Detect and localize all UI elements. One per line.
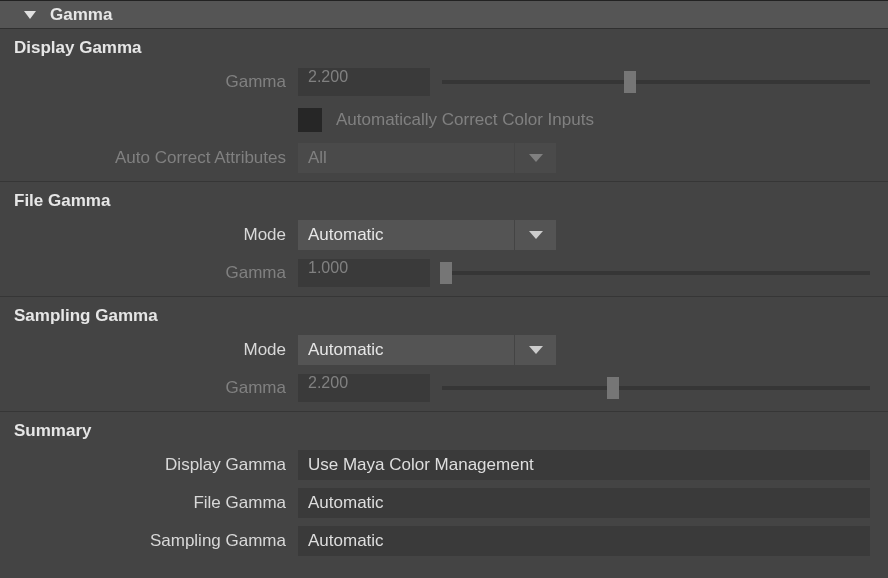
file-gamma-group-label: File Gamma <box>0 182 888 216</box>
summary-sampling-row: Sampling Gamma Automatic <box>0 522 888 560</box>
dropdown-button[interactable] <box>514 143 556 173</box>
sampling-gamma-mode-row: Mode Automatic <box>0 331 888 369</box>
file-gamma-mode-row: Mode Automatic <box>0 216 888 254</box>
file-gamma-value-field[interactable]: 1.000 <box>298 259 430 287</box>
sampling-gamma-value-field[interactable]: 2.200 <box>298 374 430 402</box>
auto-correct-checkbox-label: Automatically Correct Color Inputs <box>336 110 594 130</box>
sampling-gamma-slider[interactable] <box>442 374 870 402</box>
sampling-gamma-gamma-label: Gamma <box>0 378 298 398</box>
summary-sampling-value: Automatic <box>298 526 870 556</box>
dropdown-value: Automatic <box>308 340 514 360</box>
display-gamma-gamma-label: Gamma <box>0 72 298 92</box>
auto-correct-colors-row: Automatically Correct Color Inputs <box>0 101 888 139</box>
gamma-section-header[interactable]: Gamma <box>0 0 888 29</box>
slider-thumb[interactable] <box>607 377 619 399</box>
slider-track <box>442 386 870 390</box>
auto-correct-attrs-row: Auto Correct Attributes All <box>0 139 888 177</box>
slider-thumb[interactable] <box>624 71 636 93</box>
file-gamma-gamma-row: Gamma 1.000 <box>0 254 888 292</box>
sampling-gamma-gamma-row: Gamma 2.200 <box>0 369 888 407</box>
dropdown-button[interactable] <box>514 220 556 250</box>
chevron-down-icon <box>24 11 36 19</box>
gamma-settings-panel: { "section_title": "Gamma", "display_gam… <box>0 0 888 578</box>
display-gamma-slider[interactable] <box>442 68 870 96</box>
chevron-down-icon <box>529 154 543 162</box>
file-gamma-gamma-label: Gamma <box>0 263 298 283</box>
display-gamma-value-field[interactable]: 2.200 <box>298 68 430 96</box>
summary-display-row: Display Gamma Use Maya Color Management <box>0 446 888 484</box>
display-gamma-group-label: Display Gamma <box>0 29 888 63</box>
slider-track <box>442 80 870 84</box>
auto-correct-attrs-dropdown[interactable]: All <box>298 143 556 173</box>
summary-file-row: File Gamma Automatic <box>0 484 888 522</box>
dropdown-value: Automatic <box>308 225 514 245</box>
sampling-gamma-group-label: Sampling Gamma <box>0 297 888 331</box>
slider-track <box>442 271 870 275</box>
summary-group-label: Summary <box>0 412 888 446</box>
summary-sampling-label: Sampling Gamma <box>0 531 298 551</box>
dropdown-button[interactable] <box>514 335 556 365</box>
sampling-gamma-mode-dropdown[interactable]: Automatic <box>298 335 556 365</box>
summary-file-value: Automatic <box>298 488 870 518</box>
slider-thumb[interactable] <box>440 262 452 284</box>
display-gamma-gamma-row: Gamma 2.200 <box>0 63 888 101</box>
summary-file-label: File Gamma <box>0 493 298 513</box>
file-gamma-mode-dropdown[interactable]: Automatic <box>298 220 556 250</box>
dropdown-value: All <box>308 148 514 168</box>
summary-display-value: Use Maya Color Management <box>298 450 870 480</box>
file-gamma-mode-label: Mode <box>0 225 298 245</box>
section-title: Gamma <box>50 5 112 25</box>
summary-display-label: Display Gamma <box>0 455 298 475</box>
auto-correct-attrs-label: Auto Correct Attributes <box>0 148 298 168</box>
chevron-down-icon <box>529 346 543 354</box>
file-gamma-slider[interactable] <box>442 259 870 287</box>
auto-correct-checkbox[interactable] <box>298 108 322 132</box>
chevron-down-icon <box>529 231 543 239</box>
sampling-gamma-mode-label: Mode <box>0 340 298 360</box>
